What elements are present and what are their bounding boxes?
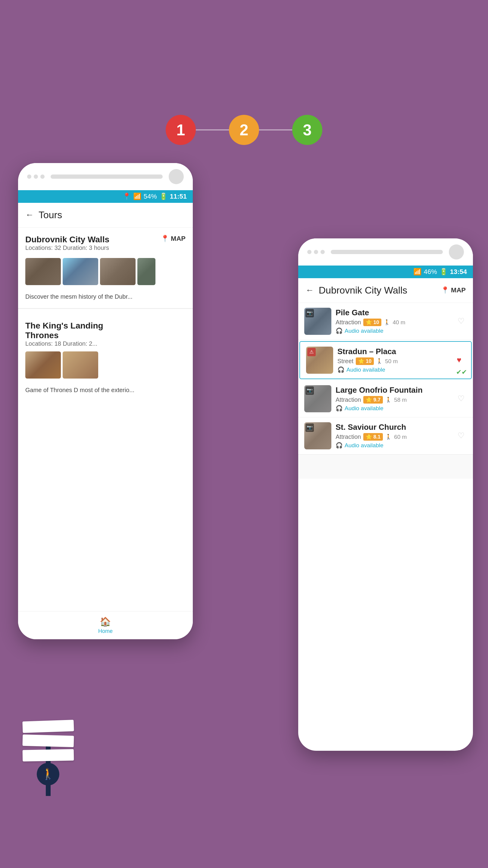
circle-btn-2 (449, 244, 464, 259)
status-bar-2: 📶 46% 🔋 13:54 (298, 266, 473, 278)
step-1: 1 (166, 115, 196, 145)
phone-top-2 (298, 239, 473, 266)
tour-1-images (25, 258, 186, 285)
pill-bar-1 (51, 175, 163, 179)
pile-gate-info: Pile Gate Attraction ⭐ 10 🚶 40 m 🎧 Audio… (335, 308, 451, 334)
church-rating: ⭐ 8.1 (363, 433, 383, 441)
got-img-1 (25, 351, 61, 378)
phones-area: 📍 📶 54% 🔋 11:51 ← Tours Dubrovnik City W… (0, 163, 488, 796)
church-thumb: 📷 (304, 422, 331, 450)
signpost-board-3 (23, 749, 74, 761)
bottom-nav: 🏠 Home (18, 611, 193, 639)
tour-1-description: Discover the mesm history of the Dubr... (25, 290, 186, 303)
stradun-name: Stradun – Placa (337, 347, 449, 356)
app-header-1: ← Tours (18, 203, 193, 227)
tour-1-meta: Locations: 32 Duration: 3 hours (25, 244, 109, 251)
pile-gate-rating: ⭐ 10 (363, 318, 381, 326)
church-audio: 🎧 Audio available (335, 442, 451, 449)
fountain-heart[interactable]: ♡ (455, 393, 467, 405)
got-img-2 (63, 351, 98, 378)
location-stradun[interactable]: ⚠ Stradun – Placa Street ⭐ 10 🚶 50 m 🎧 A… (299, 341, 472, 379)
stradun-rating: ⭐ 10 (356, 358, 374, 365)
tour-img-4 (137, 258, 156, 285)
dot-4 (307, 250, 312, 254)
stradun-thumb: ⚠ (306, 347, 333, 374)
map-button-1[interactable]: 📍 MAP (161, 235, 186, 243)
separator-1 (18, 308, 193, 309)
church-heart[interactable]: ♡ (455, 430, 467, 442)
tour-img-1 (25, 258, 61, 285)
map-button-2[interactable]: 📍 MAP (441, 286, 466, 294)
fountain-name: Large Onofrio Fountain (335, 385, 451, 395)
dubrovnik-city-walls-card[interactable]: Dubrovnik City Walls Locations: 32 Durat… (18, 227, 193, 308)
pile-gate-type: Attraction ⭐ 10 🚶 40 m (335, 318, 451, 326)
nav-home-label: Home (98, 628, 113, 634)
tour-img-2 (63, 258, 98, 285)
tour-1-title: Dubrovnik City Walls (25, 235, 109, 244)
circle-btn-1 (169, 169, 184, 184)
church-type: Attraction ⭐ 8.1 🚶 60 m (335, 433, 451, 441)
stradun-audio: 🎧 Audio available (337, 366, 449, 373)
stradun-check-icon: ✔✔ (456, 368, 467, 376)
tours-title: Tours (38, 210, 186, 221)
location-fountain[interactable]: 📷 Large Onofrio Fountain Attraction ⭐ 9.… (298, 380, 473, 417)
nav-home[interactable]: 🏠 Home (98, 616, 113, 634)
pill-bar-2 (331, 250, 443, 254)
phone-top-1 (18, 163, 193, 190)
signpost-person: 🚶 (37, 763, 59, 785)
phone2-title: Dubrovnik City Walls (319, 285, 441, 296)
tour-img-3 (100, 258, 135, 285)
pile-gate-heart[interactable]: ♡ (455, 315, 467, 327)
step-3: 3 (292, 115, 322, 145)
pile-gate-camera-icon: 📷 (305, 309, 314, 317)
map-pin-icon: 📍 (161, 235, 169, 243)
got-description: Game of Thrones D most of the exterio... (25, 383, 186, 397)
back-button-2[interactable]: ← (305, 285, 314, 295)
signpost-container: 🚶 (18, 718, 78, 796)
dot-3 (40, 175, 44, 179)
pile-gate-thumb: 📷 (304, 308, 331, 335)
fountain-type: Attraction ⭐ 9.7 🚶 58 m (335, 396, 451, 404)
back-button-1[interactable]: ← (25, 210, 34, 220)
home-icon: 🏠 (100, 616, 111, 627)
got-meta: Locations: 18 Duration: 2... (25, 340, 186, 347)
dot-6 (321, 250, 325, 254)
steps-row: 1 2 3 (154, 115, 334, 145)
app-header-2: ← Dubrovnik City Walls 📍 MAP (298, 278, 473, 303)
location-pile-gate[interactable]: 📷 Pile Gate Attraction ⭐ 10 🚶 40 m 🎧 Aud… (298, 303, 473, 340)
next-item-partial (298, 455, 473, 478)
walk-icon-2: 🚶 (376, 358, 383, 364)
pile-gate-name: Pile Gate (335, 308, 451, 317)
dot-5 (314, 250, 318, 254)
fountain-rating: ⭐ 9.7 (363, 396, 383, 404)
church-info: St. Saviour Church Attraction ⭐ 8.1 🚶 60… (335, 423, 451, 449)
walk-icon-4: 🚶 (385, 434, 392, 440)
map-pin-icon-2: 📍 (441, 286, 449, 294)
stradun-heart[interactable]: ♥ (453, 354, 465, 366)
location-church[interactable]: 📷 St. Saviour Church Attraction ⭐ 8.1 🚶 … (298, 417, 473, 455)
status-bar-1: 📍 📶 54% 🔋 11:51 (18, 190, 193, 203)
phone-2: 📶 46% 🔋 13:54 ← Dubrovnik City Walls 📍 M… (298, 239, 473, 751)
got-title: The King's Landing Thrones (25, 321, 186, 340)
fountain-camera-icon: 📷 (305, 386, 314, 395)
stradun-info: Stradun – Placa Street ⭐ 10 🚶 50 m 🎧 Aud… (337, 347, 449, 373)
phone-1: 📍 📶 54% 🔋 11:51 ← Tours Dubrovnik City W… (18, 163, 193, 639)
fountain-info: Large Onofrio Fountain Attraction ⭐ 9.7 … (335, 385, 451, 412)
stradun-type: Street ⭐ 10 🚶 50 m (337, 358, 449, 365)
fountain-thumb: 📷 (304, 385, 331, 412)
walk-icon-3: 🚶 (385, 397, 392, 403)
got-images (25, 351, 186, 378)
step-2: 2 (229, 115, 259, 145)
church-name: St. Saviour Church (335, 423, 451, 432)
got-card[interactable]: The King's Landing Thrones Locations: 18… (18, 314, 193, 397)
stradun-alert-icon: ⚠ (307, 348, 316, 356)
dot-1 (27, 175, 31, 179)
pile-gate-audio: 🎧 Audio available (335, 327, 451, 334)
walk-icon-1: 🚶 (384, 319, 390, 326)
dot-2 (34, 175, 38, 179)
signpost-board-2 (23, 735, 74, 747)
fountain-audio: 🎧 Audio available (335, 405, 451, 412)
signpost-board-1 (22, 720, 74, 733)
church-camera-icon: 📷 (305, 424, 314, 432)
